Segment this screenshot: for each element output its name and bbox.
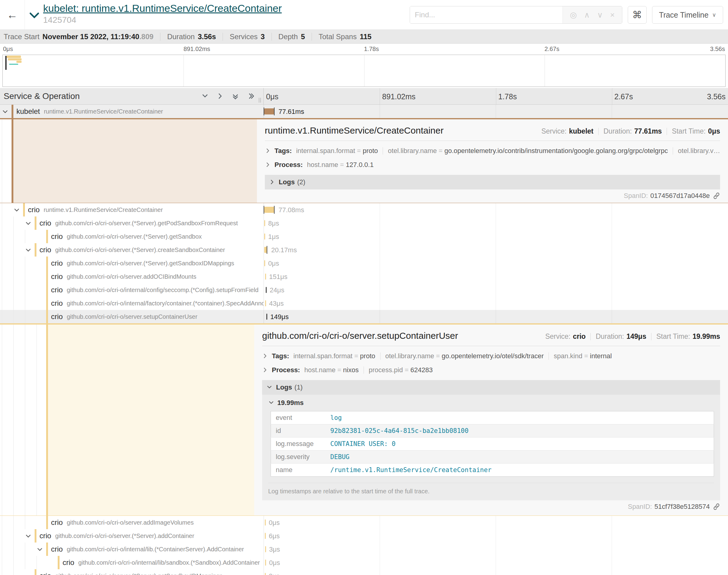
span-row[interactable]: criogithub.com/cri-o/cri-o/server.addIma… — [0, 516, 728, 529]
summary-item: Depth5 — [278, 32, 305, 41]
tree-guide — [25, 297, 25, 310]
expand-one-button[interactable] — [217, 93, 224, 100]
span-row[interactable]: kubeletruntime.v1.RuntimeService/CreateC… — [0, 105, 728, 118]
tags-accordion[interactable]: Tags:internal.span.format=protootel.libr… — [265, 147, 720, 155]
expand-all-button[interactable] — [247, 93, 254, 100]
span-operation-name: github.com/cri-o/cri-o/server.(*Server).… — [55, 573, 223, 575]
clear-search-icon[interactable]: × — [610, 10, 615, 20]
tree-guide — [36, 556, 37, 569]
tag-value: proto — [363, 147, 378, 155]
trace-title-link[interactable]: kubelet: runtime.v1.RuntimeService/Creat… — [43, 2, 282, 14]
tree-guide — [2, 556, 2, 569]
back-button[interactable]: ← — [0, 0, 25, 30]
meta-separator — [651, 333, 652, 340]
span-row[interactable]: criogithub.com/cri-o/cri-o/server.setupC… — [0, 310, 728, 323]
logs-accordion[interactable]: Logs(2) — [265, 175, 720, 190]
tag-item[interactable]: host.name=127.0.0.1 — [307, 161, 373, 169]
span-id-value: 0174567d17a0448e — [650, 192, 710, 200]
span-name-column: criogithub.com/cri-o/cri-o/server.(*Serv… — [0, 216, 264, 230]
tag-item[interactable]: internal.span.format=proto — [293, 352, 375, 360]
meta-value: 19.99ms — [692, 332, 720, 341]
collapse-one-button[interactable] — [201, 93, 209, 100]
trace-view-dropdown[interactable]: Trace Timeline ∨ — [652, 6, 723, 24]
tag-item[interactable]: host.name=nixos — [304, 366, 359, 374]
expand-collapse-chevron[interactable] — [25, 221, 32, 227]
tag-value: nixos — [343, 366, 359, 374]
span-service-name: crio — [51, 259, 63, 267]
meta-value: 77.61ms — [634, 127, 662, 135]
locate-icon[interactable]: ◎ — [570, 10, 577, 20]
expand-collapse-chevron[interactable] — [25, 247, 32, 254]
span-row[interactable]: criogithub.com/cri-o/cri-o/server.addOCI… — [0, 270, 728, 283]
log-entry-header[interactable]: 19.99ms — [268, 399, 714, 407]
ruler-tick-label: 3.56s — [707, 92, 726, 101]
process-accordion[interactable]: Process:host.name=nixosprocess.pid=62428… — [262, 366, 720, 374]
equals-sign: = — [434, 352, 442, 360]
span-operation-name: github.com/cri-o/cri-o/server.addImageVo… — [67, 519, 194, 526]
span-row[interactable]: criogithub.com/cri-o/cri-o/internal/lib.… — [0, 543, 728, 556]
span-row[interactable]: criogithub.com/cri-o/cri-o/internal/fact… — [0, 297, 728, 310]
span-duration-label: 149μs — [270, 313, 289, 321]
logs-accordion[interactable]: Logs(1) — [262, 380, 720, 395]
keyboard-shortcuts-button[interactable]: ⌘ — [628, 6, 647, 24]
service-color-bar — [46, 543, 48, 556]
prev-result-icon[interactable]: ∧ — [584, 10, 590, 20]
column-resizer[interactable] — [259, 98, 261, 103]
find-input[interactable] — [410, 6, 562, 23]
logs-label: Logs — [276, 383, 292, 391]
span-row[interactable]: criogithub.com/cri-o/cri-o/server.(*Serv… — [0, 230, 728, 243]
span-duration-label: 0μs — [269, 519, 280, 527]
expand-collapse-chevron[interactable] — [13, 207, 20, 214]
copy-link-icon[interactable] — [713, 503, 720, 510]
find-group: ◎ ∧ ∨ × — [410, 6, 622, 24]
collapse-all-button[interactable] — [232, 93, 239, 100]
log-fields-table: eventlogid92b82381-025c-4a64-815c-ba2e1b… — [271, 411, 714, 477]
span-row[interactable]: criogithub.com/cri-o/cri-o/server.(*Serv… — [0, 216, 728, 230]
tag-item[interactable]: otel.library.v… — [678, 147, 720, 155]
copy-link-icon[interactable] — [713, 192, 720, 199]
tag-item[interactable]: otel.library.name=go.opentelemetry.io/ot… — [386, 352, 544, 360]
span-row[interactable]: criogithub.com/cri-o/cri-o/server.(*Serv… — [0, 569, 728, 575]
span-operation-name: github.com/cri-o/cri-o/internal/lib/sand… — [78, 559, 260, 566]
tag-item[interactable]: process.pid=624283 — [369, 366, 433, 374]
tag-item[interactable]: internal.span.format=proto — [296, 147, 378, 155]
expand-collapse-chevron[interactable] — [36, 546, 43, 553]
span-name-column: crioruntime.v1.RuntimeService/CreateCont… — [0, 203, 264, 216]
tree-guide — [25, 270, 25, 283]
span-row[interactable]: criogithub.com/cri-o/cri-o/server.(*Serv… — [0, 529, 728, 543]
next-result-icon[interactable]: ∨ — [597, 10, 603, 20]
tree-guide — [2, 569, 2, 575]
log-field-row: log.messageCONTAINER USER: 0 — [271, 437, 714, 450]
span-service-name: crio — [51, 272, 63, 281]
span-id-row: SpanID:0174567d17a0448e — [624, 192, 720, 200]
service-color-bar — [46, 516, 48, 529]
span-row[interactable]: crioruntime.v1.RuntimeService/CreateCont… — [0, 203, 728, 216]
tag-item[interactable]: span.kind=internal — [554, 352, 612, 360]
service-color-bar — [46, 325, 48, 515]
tags-accordion[interactable]: Tags:internal.span.format=protootel.libr… — [262, 352, 720, 360]
process-accordion[interactable]: Process:host.name=127.0.0.1 — [265, 161, 720, 169]
span-row[interactable]: criogithub.com/cri-o/cri-o/internal/conf… — [0, 283, 728, 297]
log-field-key: name — [271, 464, 330, 477]
minimap-scrubber-handle[interactable] — [5, 56, 7, 70]
expand-collapse-chevron[interactable] — [25, 533, 32, 540]
tree-guide — [13, 243, 14, 257]
tree-guide — [2, 230, 2, 243]
span-row[interactable]: criogithub.com/cri-o/cri-o/server.(*Serv… — [0, 257, 728, 270]
meta-label: Start Time: — [672, 127, 705, 135]
chevron-down-icon — [25, 247, 32, 254]
minimap-gridline — [544, 55, 545, 87]
span-operation-name: github.com/cri-o/cri-o/server.(*Server).… — [67, 233, 202, 240]
collapse-trace-header-button[interactable] — [29, 12, 39, 20]
tag-item[interactable]: otel.library.name=go.opentelemetry.io/co… — [388, 147, 668, 155]
minimap-canvas[interactable] — [2, 55, 726, 87]
chevron-down-icon — [36, 546, 43, 553]
span-row[interactable]: criogithub.com/cri-o/cri-o/internal/lib/… — [0, 556, 728, 569]
expand-collapse-chevron[interactable] — [2, 109, 8, 115]
tag-value: proto — [360, 352, 375, 360]
span-row[interactable]: criogithub.com/cri-o/cri-o/server.(*Serv… — [0, 243, 728, 257]
log-field-value: CONTAINER USER: 0 — [330, 437, 714, 450]
span-service-name: crio — [39, 532, 51, 540]
span-service-name: kubelet — [16, 107, 40, 116]
log-field-value: DEBUG — [330, 450, 714, 464]
